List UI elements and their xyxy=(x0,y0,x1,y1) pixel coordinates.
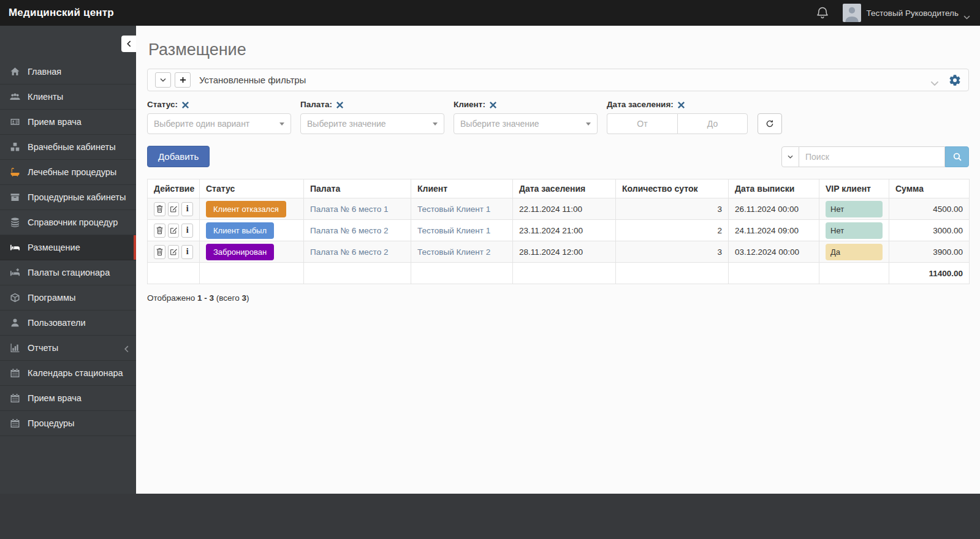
sidebar-item-7[interactable]: Справочник процедур xyxy=(0,210,136,235)
filter-client: Клиент: Выберите значение xyxy=(454,100,598,134)
search-button[interactable] xyxy=(945,146,969,167)
sidebar-item-5[interactable]: Лечебные процедуры xyxy=(0,160,136,185)
chevron-left-icon xyxy=(124,345,129,352)
column-header[interactable]: Клиент xyxy=(411,179,513,198)
checkout-cell: 03.12.2024 00:00 xyxy=(729,241,819,263)
calendar-icon xyxy=(9,418,21,429)
info-icon: i xyxy=(186,204,189,214)
ward-link[interactable]: Палата № 6 место 2 xyxy=(304,220,411,241)
id-card-icon xyxy=(9,117,21,127)
database-icon xyxy=(9,217,21,228)
delete-button[interactable] xyxy=(154,245,165,259)
sidebar-item-13[interactable]: Календарь стационара xyxy=(0,361,136,386)
sidebar-item-11[interactable]: Пользователи xyxy=(0,311,136,336)
info-button[interactable]: i xyxy=(181,245,193,259)
gear-icon[interactable] xyxy=(949,74,961,86)
clear-x-icon[interactable] xyxy=(182,101,189,108)
client-select[interactable]: Выберите значение xyxy=(454,113,598,134)
sidebar-item-12[interactable]: Отчеты xyxy=(0,336,136,361)
column-header[interactable]: VIP клиент xyxy=(819,179,889,198)
status-badge: Клиент выбыл xyxy=(206,222,274,239)
ward-link[interactable]: Палата № 6 место 1 xyxy=(304,198,411,220)
refresh-icon xyxy=(765,119,774,128)
sidebar-item-15[interactable]: Процедуры xyxy=(0,411,136,436)
clear-x-icon[interactable] xyxy=(678,101,685,108)
refresh-button[interactable] xyxy=(758,113,782,134)
sidebar-item-6[interactable]: Процедурные кабинеты xyxy=(0,185,136,210)
add-filter-button[interactable] xyxy=(175,72,191,88)
user-menu[interactable]: Тестовый Руководитель xyxy=(867,9,959,18)
select-caret-icon xyxy=(586,123,591,126)
results-summary: Отображено 1 - 3 (всего 3) xyxy=(147,293,969,303)
bell-icon[interactable] xyxy=(816,6,829,20)
page-title: Размещение xyxy=(148,40,969,59)
column-header[interactable]: Дата выписки xyxy=(729,179,819,198)
date-from-input[interactable] xyxy=(607,113,677,134)
edit-button[interactable] xyxy=(168,245,180,259)
clear-x-icon[interactable] xyxy=(490,101,496,108)
sidebar-item-3[interactable]: Прием врача xyxy=(0,110,136,135)
client-link[interactable]: Тестовый Клиент 1 xyxy=(411,198,513,220)
checkin-cell: 28.11.2024 12:00 xyxy=(513,241,616,263)
date-to-input[interactable] xyxy=(677,113,748,134)
calendar-icon xyxy=(9,368,21,379)
filters-expand-button[interactable] xyxy=(155,72,171,88)
chevron-down-icon xyxy=(160,78,166,82)
sidebar-item-14[interactable]: Прием врача xyxy=(0,386,136,411)
edit-icon xyxy=(170,226,178,235)
select-caret-icon xyxy=(433,123,438,126)
search-icon xyxy=(952,152,962,162)
sidebar-item-8[interactable]: Размещение xyxy=(0,235,136,260)
days-cell: 3 xyxy=(616,198,729,220)
sidebar-item-label: Клиенты xyxy=(28,92,63,102)
chevron-down-icon[interactable] xyxy=(963,11,970,15)
status-select[interactable]: Выберите один вариант xyxy=(147,113,291,134)
column-header[interactable]: Количество суток xyxy=(616,179,729,198)
chevron-down-icon[interactable] xyxy=(930,77,939,83)
vip-badge: Нет xyxy=(826,222,883,239)
sidebar-item-label: Процедурные кабинеты xyxy=(28,192,126,202)
placements-table: ДействиеСтатусПалатаКлиентДата заселения… xyxy=(147,179,970,284)
delete-button[interactable] xyxy=(154,224,165,238)
delete-button[interactable] xyxy=(154,202,165,216)
home-icon xyxy=(9,67,21,77)
sum-cell: 3900.00 xyxy=(889,241,970,263)
client-link[interactable]: Тестовый Клиент 1 xyxy=(411,220,513,241)
days-cell: 2 xyxy=(616,220,729,241)
sidebar-item-label: Отчеты xyxy=(28,343,58,353)
avatar[interactable] xyxy=(843,4,861,22)
edit-button[interactable] xyxy=(168,202,180,216)
sidebar-item-4[interactable]: Врачебные кабинеты xyxy=(0,135,136,160)
sidebar-item-10[interactable]: Программы xyxy=(0,285,136,311)
search-options-button[interactable] xyxy=(781,146,799,167)
calendar-icon xyxy=(9,393,21,404)
search-input[interactable] xyxy=(799,146,945,167)
filter-checkin-date: Дата заселения: xyxy=(607,100,782,134)
ward-link[interactable]: Палата № 6 место 2 xyxy=(304,241,411,263)
sidebar-item-9[interactable]: Палаты стационара xyxy=(0,260,136,285)
info-button[interactable]: i xyxy=(181,202,193,216)
column-header[interactable]: Палата xyxy=(304,179,411,198)
sidebar-item-label: Палаты стационара xyxy=(28,268,110,277)
add-button[interactable]: Добавить xyxy=(147,146,210,167)
sidebar-item-label: Врачебные кабинеты xyxy=(28,142,116,152)
filter-client-label: Клиент: xyxy=(454,100,485,109)
column-header[interactable]: Статус xyxy=(200,179,304,198)
client-link[interactable]: Тестовый Клиент 2 xyxy=(411,241,513,263)
column-header[interactable]: Дата заселения xyxy=(513,179,616,198)
sidebar-collapse-button[interactable] xyxy=(121,36,136,52)
sidebar-item-2[interactable]: Клиенты xyxy=(0,85,136,110)
column-header[interactable]: Сумма xyxy=(889,179,970,198)
filter-status-label: Статус: xyxy=(147,100,178,109)
clear-x-icon[interactable] xyxy=(336,101,343,108)
sum-cell: 3000.00 xyxy=(889,220,970,241)
column-header[interactable]: Действие xyxy=(148,179,200,198)
edit-button[interactable] xyxy=(168,224,180,238)
app-title: Медицинский центр xyxy=(9,7,114,19)
ward-select[interactable]: Выберите значение xyxy=(300,113,444,134)
sidebar-item-1[interactable]: Главная xyxy=(0,59,136,85)
sidebar-item-label: Пользователи xyxy=(28,318,86,328)
chevron-down-icon xyxy=(788,155,793,159)
info-button[interactable]: i xyxy=(181,224,193,238)
sidebar-item-label: Процедуры xyxy=(28,418,74,428)
